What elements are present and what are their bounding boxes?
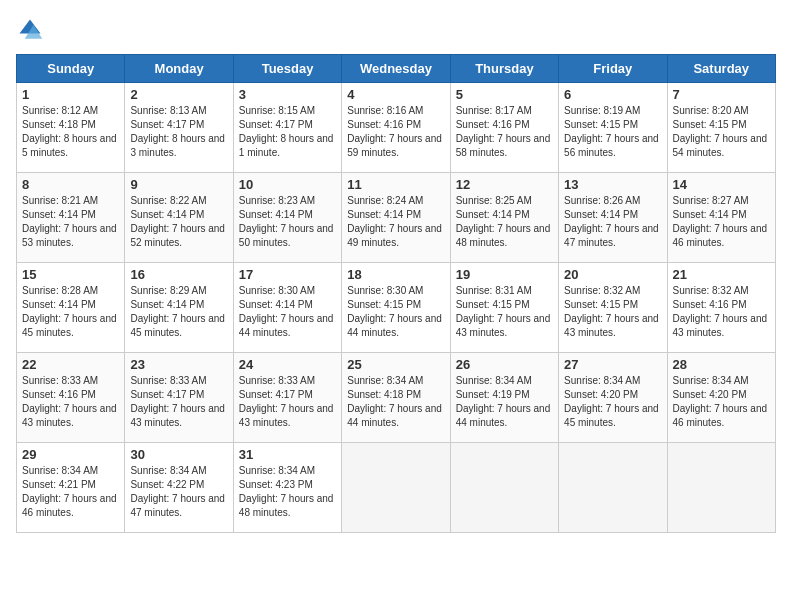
cell-info: Sunrise: 8:32 AM Sunset: 4:16 PM Dayligh… (673, 284, 770, 340)
day-number: 3 (239, 87, 336, 102)
calendar-cell: 12Sunrise: 8:25 AM Sunset: 4:14 PM Dayli… (450, 173, 558, 263)
cell-info: Sunrise: 8:19 AM Sunset: 4:15 PM Dayligh… (564, 104, 661, 160)
calendar-cell: 17Sunrise: 8:30 AM Sunset: 4:14 PM Dayli… (233, 263, 341, 353)
day-number: 27 (564, 357, 661, 372)
day-number: 12 (456, 177, 553, 192)
day-number: 22 (22, 357, 119, 372)
day-number: 9 (130, 177, 227, 192)
day-number: 29 (22, 447, 119, 462)
calendar-cell: 23Sunrise: 8:33 AM Sunset: 4:17 PM Dayli… (125, 353, 233, 443)
cell-info: Sunrise: 8:12 AM Sunset: 4:18 PM Dayligh… (22, 104, 119, 160)
day-number: 18 (347, 267, 444, 282)
day-number: 28 (673, 357, 770, 372)
calendar-cell: 26Sunrise: 8:34 AM Sunset: 4:19 PM Dayli… (450, 353, 558, 443)
col-header-wednesday: Wednesday (342, 55, 450, 83)
calendar-cell: 7Sunrise: 8:20 AM Sunset: 4:15 PM Daylig… (667, 83, 775, 173)
day-number: 14 (673, 177, 770, 192)
calendar-cell (342, 443, 450, 533)
calendar-cell: 11Sunrise: 8:24 AM Sunset: 4:14 PM Dayli… (342, 173, 450, 263)
day-number: 21 (673, 267, 770, 282)
calendar-cell (667, 443, 775, 533)
page-header (16, 16, 776, 44)
cell-info: Sunrise: 8:33 AM Sunset: 4:17 PM Dayligh… (130, 374, 227, 430)
col-header-thursday: Thursday (450, 55, 558, 83)
calendar-cell: 9Sunrise: 8:22 AM Sunset: 4:14 PM Daylig… (125, 173, 233, 263)
col-header-tuesday: Tuesday (233, 55, 341, 83)
logo (16, 16, 48, 44)
calendar-cell: 14Sunrise: 8:27 AM Sunset: 4:14 PM Dayli… (667, 173, 775, 263)
day-number: 15 (22, 267, 119, 282)
cell-info: Sunrise: 8:34 AM Sunset: 4:21 PM Dayligh… (22, 464, 119, 520)
cell-info: Sunrise: 8:34 AM Sunset: 4:20 PM Dayligh… (564, 374, 661, 430)
calendar-cell: 25Sunrise: 8:34 AM Sunset: 4:18 PM Dayli… (342, 353, 450, 443)
cell-info: Sunrise: 8:34 AM Sunset: 4:23 PM Dayligh… (239, 464, 336, 520)
calendar-cell: 15Sunrise: 8:28 AM Sunset: 4:14 PM Dayli… (17, 263, 125, 353)
calendar-cell: 2Sunrise: 8:13 AM Sunset: 4:17 PM Daylig… (125, 83, 233, 173)
cell-info: Sunrise: 8:34 AM Sunset: 4:20 PM Dayligh… (673, 374, 770, 430)
col-header-sunday: Sunday (17, 55, 125, 83)
day-number: 20 (564, 267, 661, 282)
calendar-cell: 29Sunrise: 8:34 AM Sunset: 4:21 PM Dayli… (17, 443, 125, 533)
calendar-cell: 31Sunrise: 8:34 AM Sunset: 4:23 PM Dayli… (233, 443, 341, 533)
calendar-cell: 21Sunrise: 8:32 AM Sunset: 4:16 PM Dayli… (667, 263, 775, 353)
cell-info: Sunrise: 8:29 AM Sunset: 4:14 PM Dayligh… (130, 284, 227, 340)
cell-info: Sunrise: 8:31 AM Sunset: 4:15 PM Dayligh… (456, 284, 553, 340)
cell-info: Sunrise: 8:22 AM Sunset: 4:14 PM Dayligh… (130, 194, 227, 250)
day-number: 19 (456, 267, 553, 282)
col-header-monday: Monday (125, 55, 233, 83)
week-row-5: 29Sunrise: 8:34 AM Sunset: 4:21 PM Dayli… (17, 443, 776, 533)
cell-info: Sunrise: 8:33 AM Sunset: 4:16 PM Dayligh… (22, 374, 119, 430)
calendar-cell: 22Sunrise: 8:33 AM Sunset: 4:16 PM Dayli… (17, 353, 125, 443)
calendar-cell: 18Sunrise: 8:30 AM Sunset: 4:15 PM Dayli… (342, 263, 450, 353)
calendar-cell (450, 443, 558, 533)
cell-info: Sunrise: 8:15 AM Sunset: 4:17 PM Dayligh… (239, 104, 336, 160)
cell-info: Sunrise: 8:13 AM Sunset: 4:17 PM Dayligh… (130, 104, 227, 160)
cell-info: Sunrise: 8:32 AM Sunset: 4:15 PM Dayligh… (564, 284, 661, 340)
day-number: 10 (239, 177, 336, 192)
day-of-week-row: SundayMondayTuesdayWednesdayThursdayFrid… (17, 55, 776, 83)
calendar-cell: 16Sunrise: 8:29 AM Sunset: 4:14 PM Dayli… (125, 263, 233, 353)
day-number: 25 (347, 357, 444, 372)
day-number: 24 (239, 357, 336, 372)
cell-info: Sunrise: 8:34 AM Sunset: 4:22 PM Dayligh… (130, 464, 227, 520)
day-number: 6 (564, 87, 661, 102)
logo-icon (16, 16, 44, 44)
calendar-cell: 20Sunrise: 8:32 AM Sunset: 4:15 PM Dayli… (559, 263, 667, 353)
day-number: 17 (239, 267, 336, 282)
cell-info: Sunrise: 8:27 AM Sunset: 4:14 PM Dayligh… (673, 194, 770, 250)
calendar-cell: 1Sunrise: 8:12 AM Sunset: 4:18 PM Daylig… (17, 83, 125, 173)
calendar-cell: 27Sunrise: 8:34 AM Sunset: 4:20 PM Dayli… (559, 353, 667, 443)
cell-info: Sunrise: 8:30 AM Sunset: 4:14 PM Dayligh… (239, 284, 336, 340)
cell-info: Sunrise: 8:17 AM Sunset: 4:16 PM Dayligh… (456, 104, 553, 160)
calendar-cell: 13Sunrise: 8:26 AM Sunset: 4:14 PM Dayli… (559, 173, 667, 263)
day-number: 11 (347, 177, 444, 192)
calendar-cell: 10Sunrise: 8:23 AM Sunset: 4:14 PM Dayli… (233, 173, 341, 263)
day-number: 16 (130, 267, 227, 282)
cell-info: Sunrise: 8:34 AM Sunset: 4:18 PM Dayligh… (347, 374, 444, 430)
calendar-cell: 5Sunrise: 8:17 AM Sunset: 4:16 PM Daylig… (450, 83, 558, 173)
calendar-cell: 4Sunrise: 8:16 AM Sunset: 4:16 PM Daylig… (342, 83, 450, 173)
cell-info: Sunrise: 8:26 AM Sunset: 4:14 PM Dayligh… (564, 194, 661, 250)
day-number: 5 (456, 87, 553, 102)
day-number: 8 (22, 177, 119, 192)
cell-info: Sunrise: 8:24 AM Sunset: 4:14 PM Dayligh… (347, 194, 444, 250)
calendar-table: SundayMondayTuesdayWednesdayThursdayFrid… (16, 54, 776, 533)
col-header-saturday: Saturday (667, 55, 775, 83)
cell-info: Sunrise: 8:33 AM Sunset: 4:17 PM Dayligh… (239, 374, 336, 430)
week-row-3: 15Sunrise: 8:28 AM Sunset: 4:14 PM Dayli… (17, 263, 776, 353)
cell-info: Sunrise: 8:21 AM Sunset: 4:14 PM Dayligh… (22, 194, 119, 250)
day-number: 23 (130, 357, 227, 372)
calendar-cell: 6Sunrise: 8:19 AM Sunset: 4:15 PM Daylig… (559, 83, 667, 173)
day-number: 26 (456, 357, 553, 372)
week-row-1: 1Sunrise: 8:12 AM Sunset: 4:18 PM Daylig… (17, 83, 776, 173)
week-row-4: 22Sunrise: 8:33 AM Sunset: 4:16 PM Dayli… (17, 353, 776, 443)
calendar-cell: 19Sunrise: 8:31 AM Sunset: 4:15 PM Dayli… (450, 263, 558, 353)
cell-info: Sunrise: 8:28 AM Sunset: 4:14 PM Dayligh… (22, 284, 119, 340)
calendar-cell (559, 443, 667, 533)
calendar-cell: 8Sunrise: 8:21 AM Sunset: 4:14 PM Daylig… (17, 173, 125, 263)
day-number: 13 (564, 177, 661, 192)
day-number: 2 (130, 87, 227, 102)
day-number: 31 (239, 447, 336, 462)
cell-info: Sunrise: 8:23 AM Sunset: 4:14 PM Dayligh… (239, 194, 336, 250)
cell-info: Sunrise: 8:16 AM Sunset: 4:16 PM Dayligh… (347, 104, 444, 160)
